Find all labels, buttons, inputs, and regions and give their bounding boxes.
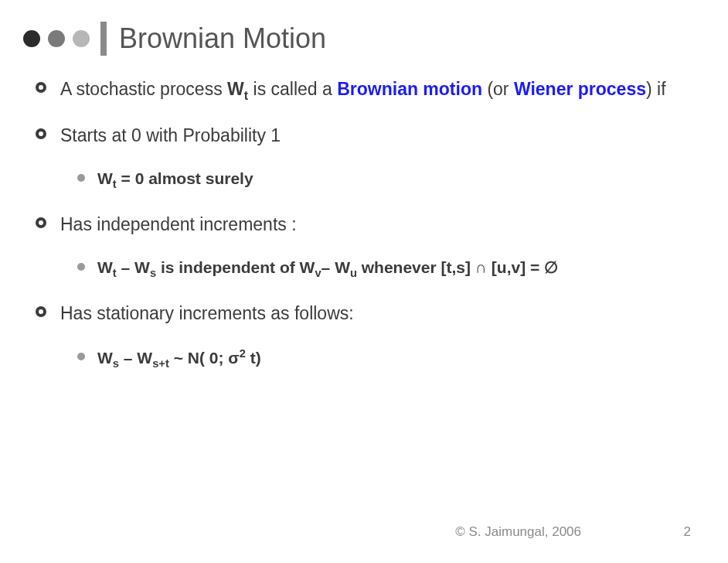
ring-bullet-icon: [36, 82, 46, 93]
text-fragment: –: [119, 349, 137, 367]
term-highlight: Brownian motion: [337, 79, 482, 99]
math-symbol: W: [137, 349, 152, 367]
text-fragment: –: [321, 258, 335, 276]
math-symbol: W: [335, 258, 350, 276]
bullet-level2: Wt = 0 almost surely: [77, 168, 692, 193]
text-fragment: whenever: [357, 258, 441, 276]
text-fragment: W: [227, 79, 244, 99]
text-fragment: t): [246, 349, 261, 367]
slide: Brownian Motion A stochastic process Wt …: [0, 0, 728, 563]
subscript: u: [350, 268, 357, 280]
subscript: v: [315, 268, 321, 280]
bullet-level2: Ws – Ws+t ~ N( 0; σ2 t): [77, 346, 692, 372]
title-row: Brownian Motion: [23, 22, 705, 56]
copyright-text: © S. Jaimungal, 2006: [455, 524, 581, 540]
text-fragment: ~ N( 0; σ: [169, 349, 240, 367]
dot-icon: [23, 30, 40, 47]
disc-bullet-icon: [77, 353, 85, 360]
bullet-text: Wt = 0 almost surely: [97, 168, 692, 193]
text-fragment: ) if: [646, 79, 666, 99]
term-highlight: Wiener process: [514, 79, 646, 99]
math-symbol: W: [97, 349, 113, 367]
dot-icon: [48, 30, 65, 47]
bullet-text: Wt – Ws is independent of Wv– Wu wheneve…: [97, 257, 692, 282]
ring-bullet-icon: [36, 217, 46, 228]
math-symbol: W: [97, 169, 113, 187]
text-fragment: is independent of: [156, 258, 300, 276]
bullet-level1: Has independent increments :: [36, 213, 692, 237]
bullet-level1: A stochastic process Wt is called a Brow…: [36, 77, 692, 104]
ring-bullet-icon: [36, 306, 46, 317]
dot-icon: [73, 30, 90, 47]
bullet-text: Starts at 0 with Probability 1: [60, 124, 692, 148]
decorative-dots: [23, 30, 90, 47]
ring-bullet-icon: [36, 128, 46, 139]
slide-body: A stochastic process Wt is called a Brow…: [36, 77, 692, 392]
disc-bullet-icon: [77, 263, 85, 271]
bullet-level1: Starts at 0 with Probability 1: [36, 124, 692, 148]
slide-title: Brownian Motion: [119, 22, 326, 55]
text-fragment: = 0 almost surely: [117, 169, 253, 187]
subscript: s+t: [152, 357, 169, 370]
math-symbol: W: [97, 258, 113, 276]
disc-bullet-icon: [77, 174, 85, 182]
title-divider: [100, 22, 107, 56]
page-number: 2: [684, 524, 691, 540]
bullet-level2: Wt – Ws is independent of Wv– Wu wheneve…: [77, 257, 692, 282]
subscript: s: [150, 268, 156, 280]
text-fragment: A stochastic process: [60, 79, 227, 99]
bullet-text: Ws – Ws+t ~ N( 0; σ2 t): [97, 346, 692, 372]
math-symbol: Wt: [227, 79, 248, 99]
text-fragment: (or: [482, 79, 514, 99]
math-symbol: W: [134, 258, 150, 276]
bullet-text: Has independent increments :: [60, 213, 692, 237]
math-symbol: W: [300, 258, 315, 276]
subscript: s: [113, 357, 119, 370]
bullet-text: Has stationary increments as follows:: [60, 302, 692, 326]
text-fragment: is called a: [248, 79, 337, 99]
bullet-text: A stochastic process Wt is called a Brow…: [60, 77, 692, 104]
bullet-level1: Has stationary increments as follows:: [36, 302, 692, 326]
superscript: 2: [240, 347, 246, 360]
math-expression: [t,s] ∩ [u,v] = ∅: [441, 258, 559, 276]
text-fragment: –: [117, 258, 134, 276]
